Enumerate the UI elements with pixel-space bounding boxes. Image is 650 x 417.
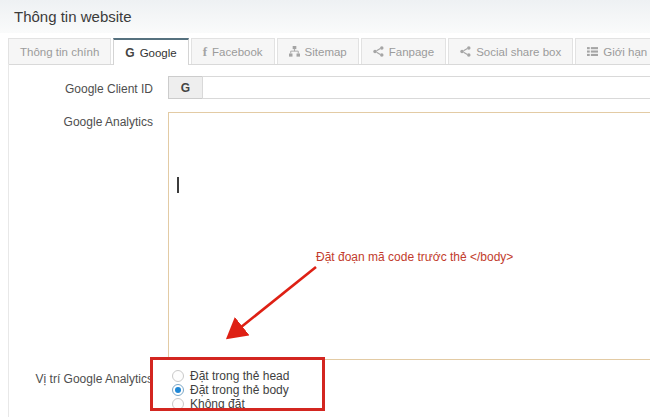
tab-sitemap[interactable]: Sitemap: [277, 38, 359, 64]
radio-option-label: Đặt trong thẻ body: [190, 383, 289, 397]
radio-option-0[interactable]: Đặt trong thẻ head: [172, 369, 289, 383]
page: Thông tin website Thông tin chínhGGoogle…: [0, 0, 650, 417]
radio-option-2[interactable]: Không đặt: [172, 397, 289, 411]
google-icon: G: [125, 46, 134, 60]
tab-google[interactable]: GGoogle: [113, 38, 188, 65]
list-icon: [587, 46, 598, 57]
radio-option-1[interactable]: Đặt trong thẻ body: [172, 383, 289, 397]
facebook-icon: f: [203, 44, 207, 60]
google-client-id-label: Google Client ID: [0, 82, 153, 96]
text-cursor: [177, 177, 179, 193]
radio-button[interactable]: [172, 370, 184, 382]
tab-fanpage[interactable]: Fanpage: [361, 38, 446, 64]
radio-option-label: Không đặt: [190, 397, 245, 411]
page-title: Thông tin website: [14, 8, 132, 25]
google-analytics-label: Google Analytics: [0, 115, 153, 129]
tab-label: Giới hạn đăng nhập theo IP: [603, 46, 650, 58]
tab-social-share-box[interactable]: Social share box: [448, 38, 573, 64]
analytics-position-radio-group: Đặt trong thẻ headĐặt trong thẻ bodyKhôn…: [172, 369, 289, 411]
analytics-position-label: Vị trí Google Analytics: [0, 372, 153, 386]
tab-label: Sitemap: [305, 46, 347, 58]
sitemap-icon: [289, 46, 300, 57]
tab-label: Google: [140, 47, 177, 59]
tab-label: Thông tin chính: [20, 46, 99, 58]
tab-label: Social share box: [476, 46, 561, 58]
tab-label: Fanpage: [389, 46, 434, 58]
tab-main-info[interactable]: Thông tin chính: [8, 38, 111, 64]
tab-label: Facebook: [212, 46, 263, 58]
google-g-addon: G: [168, 76, 202, 99]
tab-facebook[interactable]: fFacebook: [191, 38, 275, 64]
google-client-id-input-group: G: [168, 76, 650, 99]
annotation-text: Đặt đoạn mã code trước thẻ </body>: [316, 250, 513, 264]
share-icon: [373, 46, 384, 57]
radio-button[interactable]: [172, 384, 184, 396]
tab-bar: Thông tin chínhGGooglefFacebookSitemapFa…: [8, 38, 650, 65]
google-client-id-input[interactable]: [202, 76, 650, 99]
google-analytics-textarea[interactable]: [168, 112, 650, 360]
radio-option-label: Đặt trong thẻ head: [190, 369, 289, 383]
page-header: Thông tin website: [0, 0, 650, 33]
tab-ip-login-limit[interactable]: Giới hạn đăng nhập theo IP: [575, 38, 650, 64]
share-icon: [460, 46, 471, 57]
radio-button[interactable]: [172, 398, 184, 410]
